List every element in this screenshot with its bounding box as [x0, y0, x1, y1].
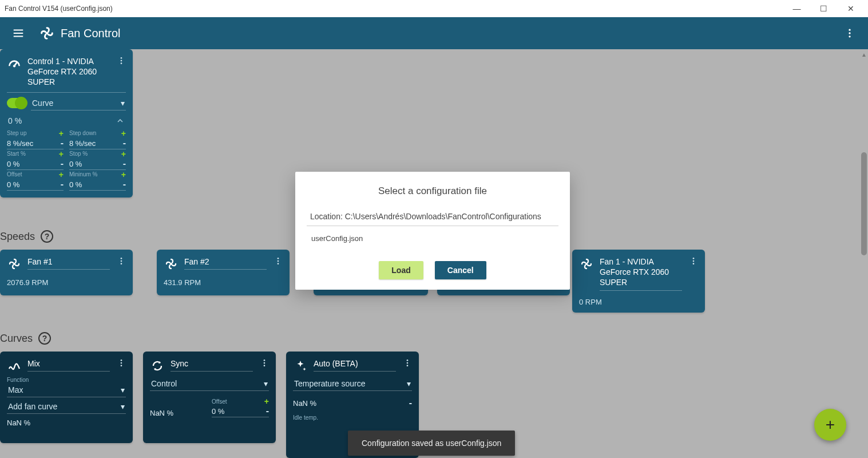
sync-offset-minus-button[interactable]: - [266, 408, 269, 415]
stop-plus-button[interactable]: + [121, 149, 126, 159]
sync-title[interactable]: Sync [171, 358, 253, 372]
svg-point-20 [121, 360, 122, 361]
function-label: Function [7, 377, 126, 383]
stop-label: Stop % [69, 151, 88, 157]
window-maximize-button[interactable]: ☐ [811, 1, 837, 17]
chevron-down-icon: ▾ [121, 385, 125, 394]
start-minus-button[interactable]: - [61, 160, 64, 168]
menu-button[interactable] [7, 22, 30, 45]
step-down-minus-button[interactable]: - [123, 140, 126, 147]
svg-point-10 [121, 260, 122, 262]
mix-title[interactable]: Mix [27, 358, 110, 372]
more-vert-icon [274, 256, 283, 266]
speed-card-more-button[interactable] [116, 256, 127, 266]
sparkle-icon [293, 358, 308, 373]
control-mode-select[interactable]: Curve ▾ [31, 96, 126, 110]
step-up-value[interactable]: 8 %/sec [7, 139, 33, 148]
svg-point-3 [849, 35, 850, 37]
sync-offset-plus-button[interactable]: + [264, 397, 269, 406]
sync-icon [150, 358, 165, 373]
step-up-plus-button[interactable]: + [59, 129, 64, 138]
function-select[interactable]: Max▾ [7, 383, 126, 397]
sync-control-select[interactable]: Control▾ [150, 377, 269, 391]
auto-more-button[interactable] [402, 358, 413, 368]
more-vert-icon [689, 256, 698, 266]
speed-card-gpu-fan: Fan 1 - NVIDIA GeForce RTX 2060 SUPER 0 … [572, 250, 705, 313]
minimum-minus-button[interactable]: - [123, 181, 126, 188]
step-up-minus-button[interactable]: - [61, 140, 64, 147]
svg-point-5 [121, 57, 122, 59]
dialog-location: Location: C:\Users\Andrés\Downloads\FanC… [307, 212, 558, 226]
step-down-label: Step down [69, 130, 96, 136]
window-title: Fan Control V154 (userConfig.json) [5, 5, 784, 13]
window-controls: — ☐ ✕ [784, 1, 863, 17]
stop-minus-button[interactable]: - [123, 160, 126, 168]
speed-card-fan1: Fan #1 2076.9 RPM [0, 250, 133, 295]
add-fab-button[interactable]: + [814, 409, 846, 441]
control-enable-toggle[interactable] [7, 98, 26, 108]
svg-point-14 [278, 260, 279, 262]
offset-minus-button[interactable]: - [61, 181, 64, 188]
chevron-down-icon: ▾ [121, 98, 125, 108]
dialog-file-item[interactable]: userConfig.json [307, 228, 558, 254]
cancel-button[interactable]: Cancel [435, 261, 486, 279]
start-plus-button[interactable]: + [59, 149, 64, 159]
speeds-help-button[interactable]: ? [41, 230, 53, 243]
svg-point-7 [121, 62, 122, 64]
speed-card-more-button[interactable] [688, 256, 699, 266]
svg-point-22 [121, 365, 122, 366]
window-minimize-button[interactable]: — [784, 1, 810, 17]
load-button[interactable]: Load [379, 261, 423, 279]
offset-value[interactable]: 0 % [7, 180, 19, 189]
app-bar: Fan Control [0, 17, 868, 49]
svg-point-11 [121, 263, 122, 264]
curves-label: Curves [0, 333, 33, 345]
idle-temp-label: Idle temp. [293, 414, 412, 421]
window-close-button[interactable]: ✕ [838, 1, 863, 17]
step-down-value[interactable]: 8 %/sec [69, 139, 96, 148]
add-fan-curve-select[interactable]: Add fan curve▾ [7, 400, 126, 414]
speed-card-title[interactable]: Fan #2 [184, 256, 267, 270]
speed-card-title[interactable]: Fan 1 - NVIDIA GeForce RTX 2060 SUPER [600, 256, 682, 291]
control-mode-value: Curve [32, 98, 53, 108]
svg-point-9 [121, 258, 122, 259]
offset-plus-button[interactable]: + [59, 170, 64, 179]
sync-more-button[interactable] [259, 358, 270, 368]
svg-point-1 [849, 29, 850, 31]
auto-value-minus-button[interactable]: - [409, 400, 412, 407]
svg-point-13 [278, 258, 279, 259]
start-label: Start % [7, 151, 26, 157]
speeds-label: Speeds [0, 231, 35, 243]
minimum-value[interactable]: 0 % [69, 180, 82, 189]
plus-icon: + [826, 416, 835, 434]
temperature-source-select[interactable]: Temperature source▾ [293, 377, 412, 391]
scrollbar-thumb[interactable] [861, 152, 867, 255]
fan-icon [579, 256, 594, 271]
vertical-scrollbar[interactable] [861, 49, 867, 458]
svg-point-26 [407, 360, 409, 361]
appbar-more-button[interactable] [838, 22, 861, 45]
stop-value[interactable]: 0 % [69, 160, 82, 168]
mix-value: NaN % [7, 414, 126, 427]
svg-point-25 [264, 365, 265, 366]
sync-offset-value[interactable]: 0 % [212, 407, 224, 416]
svg-point-6 [121, 60, 122, 62]
auto-value: NaN % [293, 399, 316, 408]
minimum-plus-button[interactable]: + [121, 170, 126, 179]
speed-rpm-value: 431.9 RPM [157, 275, 290, 290]
mix-more-button[interactable] [116, 358, 127, 368]
more-vert-icon [117, 358, 126, 368]
more-vert-icon [844, 27, 855, 39]
auto-title[interactable]: Auto (BETA) [314, 358, 396, 372]
start-value[interactable]: 0 % [7, 160, 19, 168]
speed-card-more-button[interactable] [272, 256, 284, 266]
speed-card-title[interactable]: Fan #1 [27, 256, 110, 270]
step-down-plus-button[interactable]: + [121, 129, 126, 138]
collapse-button[interactable] [116, 116, 125, 125]
toast-notification: Configuration saved as userConfig.json [348, 431, 515, 456]
fan-icon [39, 25, 55, 41]
more-vert-icon [403, 358, 412, 368]
control-card-more-button[interactable] [116, 56, 127, 65]
sync-value: NaN % [150, 409, 173, 417]
curves-help-button[interactable]: ? [38, 332, 51, 345]
